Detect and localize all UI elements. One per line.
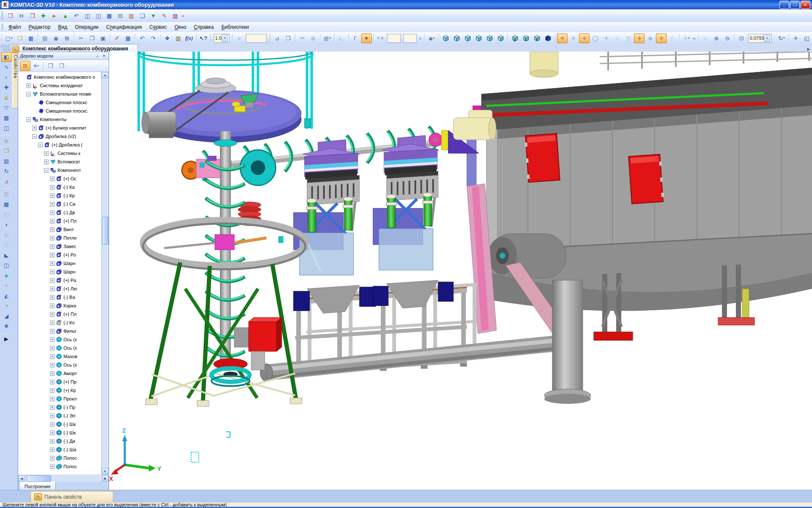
collapse-icon[interactable]: − (26, 117, 31, 122)
expand-icon[interactable]: + (50, 320, 55, 325)
expand-icon[interactable]: + (50, 346, 55, 351)
tree-item[interactable]: +Завес (19, 242, 102, 251)
menu-Файл[interactable]: Файл (5, 23, 25, 31)
snap-axis-icon[interactable]: ✛ (656, 33, 667, 43)
mixer-door-right[interactable] (628, 154, 664, 204)
dialog-icon[interactable]: ❑ (137, 11, 148, 21)
dropdown-arrow-icon[interactable]: ▾ (433, 36, 435, 40)
layer-state-field[interactable] (246, 34, 267, 43)
collapse-icon[interactable]: − (32, 134, 37, 139)
grid-icon[interactable]: ▦▾ (322, 33, 332, 43)
expand-icon[interactable]: + (44, 160, 49, 164)
3d-viewport[interactable]: Z X Y (109, 52, 812, 490)
display-options-icon[interactable]: ≡▾ (31, 61, 41, 71)
tab-properties-panel[interactable]: ✎ Панель свойств (30, 491, 113, 502)
tree-item[interactable]: +(+) Ос (19, 174, 102, 183)
align-icon[interactable]: ✛▾ (681, 33, 691, 43)
dropdown-arrow-icon[interactable]: ▾ (11, 36, 13, 40)
doc-params-icon[interactable]: ⊿ (272, 33, 283, 43)
tree-item[interactable]: +(-) Кр (19, 191, 102, 200)
tree-horizontal-scrollbar[interactable]: ◀ ▶ (18, 475, 109, 482)
shell-icon[interactable]: ▩ (1, 199, 12, 209)
view-y-icon[interactable]: y (510, 33, 520, 43)
chart-doc-icon[interactable]: ▧ (170, 11, 181, 21)
scroll-thumb-horizontal[interactable] (27, 475, 51, 482)
undo-icon[interactable]: ↶ (137, 33, 148, 43)
menu-Сервис[interactable]: Сервис (145, 23, 170, 31)
dropdown-arrow-icon[interactable]: ▾ (37, 64, 39, 68)
collapse-icon[interactable]: − (26, 92, 31, 97)
collapse-icon[interactable]: − (44, 168, 49, 173)
toolbar-overflow-icon[interactable]: » (419, 36, 422, 41)
tree-item[interactable]: +Полос (19, 462, 102, 471)
sketch-icon[interactable]: ◉ (1, 136, 12, 146)
extrude-icon[interactable]: ▧ (1, 156, 12, 166)
tree-item[interactable]: +Шарн (19, 268, 102, 276)
tree-item[interactable]: +(+) Пр (19, 378, 102, 386)
tree-item[interactable]: −(+) Дробилка ( (19, 141, 102, 149)
tree-item[interactable]: +Петля (19, 234, 102, 242)
doc-setup-icon[interactable]: ❒ (283, 33, 294, 43)
tree-item[interactable]: +Ось (х (19, 344, 102, 352)
orientation-icon[interactable]: ◈▾ (426, 33, 437, 43)
tree-item[interactable]: +Ось (х (19, 335, 102, 344)
tree-item[interactable]: +(+) Ра (19, 276, 102, 284)
doc-back-icon[interactable]: ↶ (71, 11, 82, 21)
restore-button[interactable]: ❐ (790, 1, 800, 9)
scroll-up-icon[interactable]: ▲ (102, 72, 108, 78)
add-library-icon[interactable]: ✚ (38, 11, 49, 21)
tree-item[interactable]: +(-) Ди (19, 437, 102, 445)
combo-arrow-icon[interactable]: ▾ (222, 35, 228, 42)
tree-item[interactable]: Смещенная плоскс (19, 98, 102, 107)
tree-item[interactable]: +(-) Дв (19, 208, 102, 217)
tree-item[interactable]: +(-) Шк (19, 428, 102, 437)
expand-icon[interactable]: + (50, 464, 55, 469)
tree-item[interactable]: +Вспомогат (19, 157, 102, 166)
scroll-left-icon[interactable]: ◀ (18, 475, 25, 482)
combo-arrow-icon[interactable]: ▾ (764, 35, 770, 42)
expand-icon[interactable]: + (50, 422, 55, 427)
tree-item[interactable]: +Аморт (19, 369, 102, 378)
view-top-icon[interactable] (462, 33, 473, 43)
expand-icon[interactable]: + (50, 261, 55, 266)
measure-magnet-icon[interactable]: ⊘ (308, 33, 318, 43)
tree-vertical-scrollbar[interactable]: ▲ ▼ (101, 72, 109, 475)
snap-icon[interactable]: ✶ (361, 33, 372, 43)
expand-icon[interactable]: + (50, 414, 55, 418)
expand-icon[interactable]: + (50, 456, 55, 461)
toolbar-overflow-icon[interactable]: » (693, 36, 695, 41)
toolbar-drag-handle[interactable] (1, 11, 3, 20)
auxiliary-geometry-icon[interactable]: ✚ (1, 83, 12, 92)
tree-item[interactable]: +(-) Си (19, 200, 102, 208)
view-bottom-icon[interactable] (473, 33, 484, 43)
tree-item[interactable]: +Фильт (19, 327, 102, 335)
tree-item[interactable]: +Прокл (19, 395, 102, 403)
doc-forward-icon[interactable]: ► (49, 11, 60, 21)
tree-item[interactable]: +(+) Лю (19, 284, 102, 293)
model-tree[interactable]: Комплекс комбикормового о+Системы коорди… (18, 72, 109, 475)
dropdown-arrow-icon[interactable]: ▾ (329, 36, 331, 40)
download-green-icon[interactable]: ▼ (148, 11, 159, 21)
snap-middle-icon[interactable]: ✛ (568, 33, 579, 43)
tree-item[interactable]: +Системы к (19, 149, 102, 157)
zoom-area-icon[interactable]: ⊡ (736, 33, 747, 43)
scroll-thumb[interactable] (102, 217, 109, 245)
feeder-station-right[interactable] (373, 135, 453, 308)
snap-tangent-icon[interactable]: ✛ (601, 33, 612, 43)
pan-icon[interactable]: ✛ (790, 33, 801, 43)
tree-item[interactable]: −Дробилка (x2) (19, 132, 102, 141)
view-x-icon[interactable]: x (532, 33, 542, 43)
expand-icon[interactable]: + (50, 185, 55, 190)
book-red-icon[interactable]: ❒ (5, 11, 16, 21)
chamfer-icon[interactable]: ◢ (1, 311, 12, 321)
toolbar-overflow-icon[interactable]: » (182, 14, 184, 18)
zoom-in-icon[interactable]: ⊕ (711, 33, 721, 43)
check-icon[interactable]: ◈ (1, 271, 12, 280)
tree-item[interactable]: +Винт (19, 225, 102, 234)
expand-icon[interactable]: + (50, 227, 55, 232)
scroll-right-icon[interactable]: ▶ (102, 475, 109, 482)
paste-icon[interactable]: ▣ (98, 33, 108, 43)
wedge-icon[interactable]: ◣ (1, 250, 12, 260)
revolve-icon[interactable]: ↻ (1, 166, 12, 176)
books-icon[interactable]: ▥ (126, 11, 137, 21)
